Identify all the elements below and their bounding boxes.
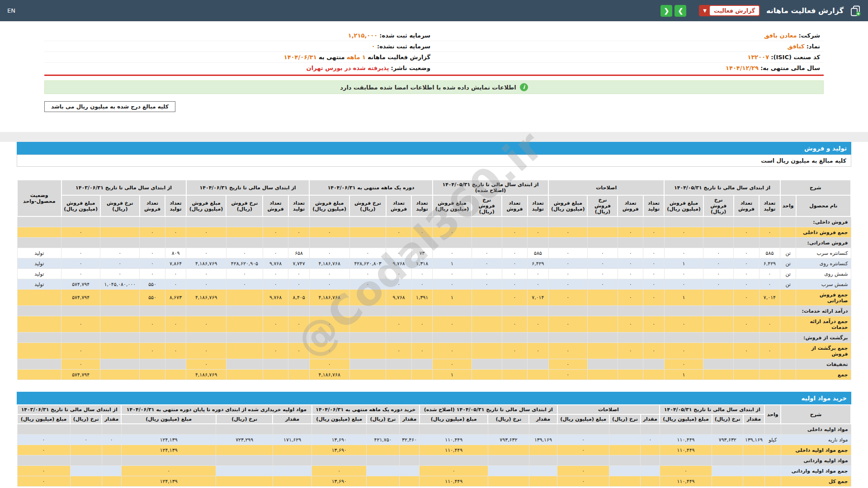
group-header: از ابتدای سال مالی تا تاریخ ۱۴۰۴/۰۵/۳۱ <box>660 405 764 414</box>
value-cell: ۵۵۰ <box>140 279 165 290</box>
value-cell: ۰ <box>263 269 288 279</box>
table-row: برگشت از فروش: <box>17 333 851 343</box>
value-cell <box>548 333 587 343</box>
subcolumn-header: مبلغ فروش (میلیون ریال) <box>548 195 587 216</box>
value-cell <box>528 216 548 227</box>
value-cell: ۷۲۳,۲۹۹ <box>216 435 273 445</box>
value-cell: ۰ <box>61 227 100 238</box>
prev-report-button[interactable]: ❮ <box>660 5 672 17</box>
value-cell <box>502 370 527 380</box>
value-cell <box>140 370 165 380</box>
company-info-col-right: شرکت: معادن بافق نماد: کبافق کد صنعت (IS… <box>434 30 824 73</box>
row-label: درآمد ارائه خدمات: <box>796 306 851 316</box>
value-cell <box>641 476 660 487</box>
value-cell <box>312 424 367 435</box>
value-cell <box>263 333 288 343</box>
value-cell <box>641 424 660 435</box>
report-type-dropdown[interactable]: گزارش فعالیت ▼ <box>699 5 760 16</box>
subcolumn-header: مبلغ (میلیون ریال) <box>557 414 609 424</box>
field-label: نماد: <box>807 43 820 50</box>
value-cell: ۰ <box>100 248 140 258</box>
value-cell: ۰ <box>61 258 100 269</box>
value-cell <box>309 216 349 227</box>
value-cell <box>226 333 263 343</box>
value-cell: ۰ <box>664 227 703 238</box>
subcolumn-header: مبلغ (میلیون ریال) <box>17 414 70 424</box>
value-cell <box>664 238 703 248</box>
value-cell: ۰ <box>411 227 432 238</box>
value-cell: ۰ <box>61 248 100 258</box>
table-row: جمع مواد اولیه داخلی۱۱۰,۴۴۹۰۱۱۰,۴۴۹۱۳,۶۹… <box>17 445 851 455</box>
value-cell <box>743 455 764 466</box>
value-cell: ۰ <box>386 269 411 279</box>
value-cell: ۰ <box>433 227 472 238</box>
value-cell: ۱۷۱,۶۲۹ <box>273 435 311 445</box>
value-cell: ۸,۴۰۵ <box>288 290 309 306</box>
row-label: کنسانتره روی <box>796 258 851 269</box>
value-cell <box>288 216 309 227</box>
value-cell: ۰ <box>587 279 618 290</box>
value-cell: ۰ <box>165 316 186 333</box>
value-cell <box>411 333 432 343</box>
value-cell <box>488 466 529 476</box>
value-cell: ۰ <box>165 227 186 238</box>
value-cell: ۰ <box>664 269 703 279</box>
report-pager: ❯ ❮ <box>660 5 686 17</box>
value-cell: ۰ <box>734 343 759 359</box>
value-cell <box>102 424 121 435</box>
status-cell <box>17 343 61 359</box>
value-cell <box>349 316 386 333</box>
value-cell: ۰ <box>140 248 165 258</box>
value-cell: ۰ <box>643 316 664 333</box>
subcolumn-header: مقدار <box>399 414 420 424</box>
next-report-button[interactable]: ❯ <box>675 5 686 17</box>
value-cell: ۰ <box>548 258 587 269</box>
subcolumn-header: مقدار <box>641 414 660 424</box>
language-toggle[interactable]: EN <box>7 7 15 14</box>
value-cell: ۰ <box>17 476 70 487</box>
value-cell <box>712 445 743 455</box>
table-row: جمع مواد اولیه وارداتی۰۰۰۰۰۰ <box>17 466 851 476</box>
value-cell <box>386 370 411 380</box>
value-cell: ۰ <box>140 227 165 238</box>
value-cell <box>587 333 618 343</box>
value-cell: ۵۸۵ <box>528 248 548 258</box>
value-cell <box>703 290 734 306</box>
value-cell: ۰ <box>100 258 140 269</box>
value-cell: ۰ <box>433 248 472 258</box>
value-cell: ۹,۷۶۸ <box>263 258 288 269</box>
value-cell: ۰ <box>759 227 780 238</box>
value-cell: ۱۱۰,۴۴۹ <box>420 445 488 455</box>
value-cell <box>411 359 432 370</box>
value-cell <box>70 424 102 435</box>
value-cell: ۰ <box>759 343 780 359</box>
subcolumn-header: تعداد فروش <box>502 195 527 216</box>
value-cell <box>263 216 288 227</box>
value-cell: ۰ <box>349 248 386 258</box>
value-cell <box>226 216 263 227</box>
value-cell <box>643 359 664 370</box>
subcolumn-header: نرخ (ریال) <box>367 414 400 424</box>
value-cell <box>273 455 311 466</box>
value-cell: ۰ <box>61 316 100 333</box>
value-cell: ۶,۴۲۹ <box>759 258 780 269</box>
row-label: جمع فروش صادراتی <box>796 290 851 306</box>
unit-cell <box>764 424 781 435</box>
header-row: شرحاز ابتدای سال مالی تا تاریخ ۱۴۰۴/۰۵/۳… <box>17 180 851 195</box>
value-cell: ۰ <box>386 343 411 359</box>
value-cell: ۰ <box>643 269 664 279</box>
group-header: مواد اولیه خریداری شده از ابتدای دوره تا… <box>121 405 311 414</box>
value-cell: ۱۳,۶۹۰ <box>312 445 367 455</box>
value-cell <box>587 216 618 227</box>
subcolumn-header: نرخ (ریال) <box>216 414 273 424</box>
value-cell <box>587 370 618 380</box>
subcolumn-header: نرخ (ریال) <box>712 414 743 424</box>
value-cell: ۰ <box>734 248 759 258</box>
unit-cell <box>780 370 796 380</box>
value-cell: ۷,۰۱۴ <box>759 290 780 306</box>
isic-field: کد صنعت (ISIC): ۱۳۲۰۰۷ <box>434 52 824 63</box>
table-row: مواد اولیه وارداتی <box>17 455 851 466</box>
subcolumn-header: مبلغ فروش (میلیون ریال) <box>186 195 226 216</box>
value-cell: ۰ <box>643 279 664 290</box>
group-header: خرید دوره یک ماهه منتهی به ۱۴۰۴/۰۶/۳۱ <box>312 405 420 414</box>
